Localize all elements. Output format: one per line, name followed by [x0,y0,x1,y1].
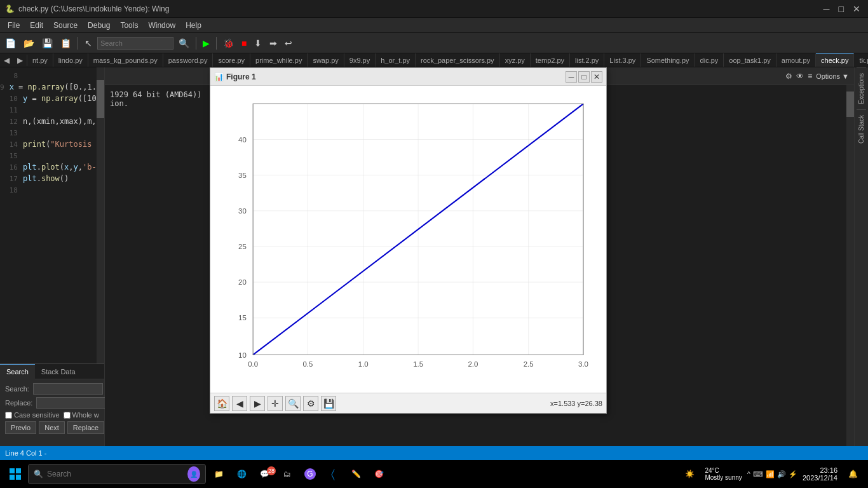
tab-nt[interactable]: nt.py [27,53,53,67]
figure-titlebar: 📊 Figure 1 ─ □ ✕ [210,68,606,86]
tab-list[interactable]: list.2.py [570,53,604,67]
right-tab-callstack[interactable]: Call Stack [857,109,866,149]
tab-score[interactable]: score.py [213,53,250,67]
editor-area[interactable]: 8 9 x = np.array([0.,1.,2.,3.]) 10 y = n… [0,67,104,363]
weather-widget[interactable]: ☀️ [679,464,700,484]
fig-settings-button[interactable]: ⚙ [303,396,318,411]
tab-tk[interactable]: tk.py [854,53,868,67]
maximize-button[interactable]: □ [836,4,846,14]
tab-dic[interactable]: dic.py [695,53,724,67]
run-button[interactable]: ▶ [200,37,212,50]
taskbar-github-icon[interactable]: G [300,464,320,484]
keyboard-icon[interactable]: ⌨ [753,470,763,478]
cursor-button[interactable]: ↖ [82,37,95,50]
save-file-button[interactable]: 💾 [39,37,55,50]
step-into-button[interactable]: ⬇ [252,37,264,50]
minimize-button[interactable]: ─ [821,4,832,14]
taskbar-files-icon[interactable]: 🗂 [277,464,297,484]
figure-minimize-button[interactable]: ─ [566,71,577,83]
taskbar-notes-icon[interactable]: ✏️ [346,464,366,484]
start-button[interactable] [5,464,25,484]
taskbar-clock[interactable]: 23:16 2023/12/14 [800,466,840,482]
tray-arrow[interactable]: ^ [747,470,750,478]
tab-check[interactable]: check.py [816,53,854,67]
fig-back-button[interactable]: ◀ [232,396,247,411]
menu-window[interactable]: Window [143,20,180,31]
tab-oop1[interactable]: oop_task1.py [724,53,776,67]
search-input[interactable] [33,383,103,395]
tab-xyz[interactable]: xyz.py [500,53,531,67]
output-icon3[interactable]: ≡ [808,72,812,81]
menu-debug[interactable]: Debug [83,20,115,31]
open-file-button[interactable]: 📂 [21,37,37,50]
menu-tools[interactable]: Tools [115,20,143,31]
output-icon2[interactable]: 👁 [796,72,804,81]
whole-word-checkbox[interactable]: Whole w [64,411,99,419]
taskbar-app-icon[interactable]: 🎯 [369,464,389,484]
previous-button[interactable]: Previo [5,421,36,434]
tab-temp2[interactable]: temp2.py [531,53,570,67]
tab-hor[interactable]: h_or_t.py [376,53,416,67]
taskbar-vscode-icon[interactable]: 〈 [323,464,343,484]
volume-icon[interactable]: 🔊 [777,470,786,478]
menu-source[interactable]: Source [48,20,83,31]
new-file-button[interactable]: 📄 [3,37,18,50]
fig-home-button[interactable]: 🏠 [214,396,229,411]
save-as-button[interactable]: 📋 [58,37,74,50]
output-scrollbar[interactable] [846,85,854,446]
tab-9x9[interactable]: 9x9.py [344,53,376,67]
battery-icon[interactable]: ⚡ [789,470,797,478]
fig-zoom-button[interactable]: 🔍 [285,396,301,411]
search-tab-search[interactable]: Search [0,364,35,379]
taskbar-search-input[interactable] [47,470,184,478]
tab-amout[interactable]: amout.py [776,53,816,67]
replace-button[interactable]: Replace [67,421,104,434]
tab-swap[interactable]: swap.py [308,53,344,67]
next-button[interactable]: Next [39,421,65,434]
close-button[interactable]: ✕ [850,4,863,14]
step-over-button[interactable]: ➡ [267,37,280,50]
window-title: check.py (C:\Users\Lindokuhle Yende): Wi… [18,4,169,13]
fig-pan-button[interactable]: ✛ [268,396,283,411]
menu-help[interactable]: Help [180,20,207,31]
toolbar-search-button[interactable]: 🔍 [176,37,192,50]
tab-something[interactable]: Something.py [641,53,695,67]
output-scrollbar-thumb[interactable] [846,92,854,117]
plot-area[interactable]: 10 15 20 25 30 35 40 0.0 0.5 1.0 1.5 [210,86,606,393]
options-button[interactable]: Options ▼ [816,72,849,80]
toolbar-search-input[interactable] [97,37,173,50]
fig-forward-button[interactable]: ▶ [250,396,265,411]
figure-close-button[interactable]: ✕ [591,71,602,83]
taskbar-search-box[interactable]: 🔍 👤 [28,464,206,484]
tab-lindo[interactable]: lindo.py [53,53,88,67]
notification-button[interactable]: 🔔 [843,464,863,484]
menu-edit[interactable]: Edit [25,20,48,31]
tab-prev-arrow[interactable]: ◀ [0,55,13,66]
debug-button[interactable]: 🐞 [220,37,236,50]
output-icon1[interactable]: ⚙ [785,72,792,81]
tab-next-arrow[interactable]: ▶ [13,55,27,66]
taskbar-browser-icon[interactable]: 🌐 [231,464,252,484]
figure-maximize-button[interactable]: □ [578,71,590,83]
tab-prime[interactable]: prime_while.py [250,53,308,67]
step-out-button[interactable]: ↩ [282,37,295,50]
tab-mass[interactable]: mass_kg_pounds.py [88,53,163,67]
tab-rps[interactable]: rock_paper_scissors.py [416,53,500,67]
menu-file[interactable]: File [3,20,25,31]
svg-text:0.0: 0.0 [248,360,258,368]
replace-input[interactable] [36,397,106,409]
fig-save-button[interactable]: 💾 [321,396,336,411]
search-tab-stack[interactable]: Stack Data [35,364,82,379]
stop-button[interactable]: ■ [239,37,249,50]
tab-list3[interactable]: List.3.py [604,53,641,67]
network-icon[interactable]: 📶 [766,470,775,478]
tab-password[interactable]: password.py [163,53,214,67]
right-tab-exceptions[interactable]: Exceptions [857,67,866,109]
taskbar-folder-icon[interactable]: 📁 [208,464,229,484]
scrollbar-thumb[interactable] [97,80,104,118]
editor-scrollbar[interactable] [97,67,104,363]
case-sensitive-input[interactable] [5,412,12,419]
whole-word-input[interactable] [64,412,71,419]
line-13: 13 [0,127,104,139]
case-sensitive-checkbox[interactable]: Case sensitive [5,411,60,419]
